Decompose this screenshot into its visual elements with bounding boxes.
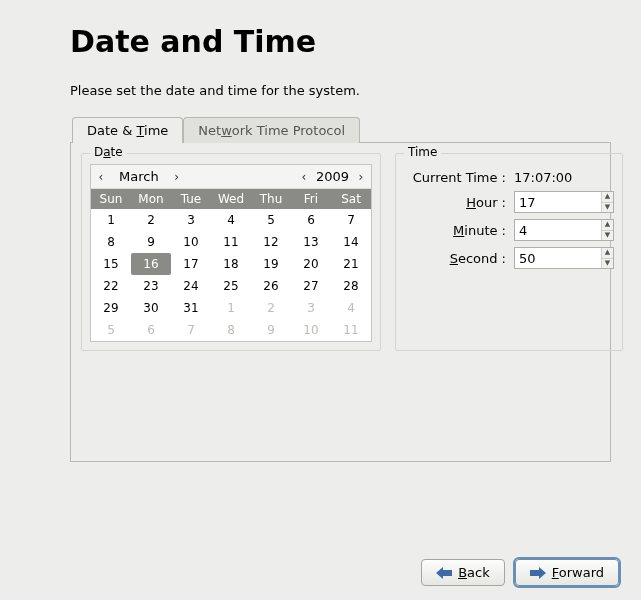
calendar-day[interactable]: 16 [131,253,171,275]
calendar-day[interactable]: 26 [251,275,291,297]
day-header: Wed [211,189,251,209]
calendar-day[interactable]: 1 [211,297,251,319]
calendar-day[interactable]: 19 [251,253,291,275]
calendar-day[interactable]: 20 [291,253,331,275]
calendar-day[interactable]: 31 [171,297,211,319]
month-label[interactable]: March [109,169,169,184]
day-header: Sun [91,189,131,209]
day-header: Mon [131,189,171,209]
year-next-button[interactable]: › [353,170,369,184]
calendar-day[interactable]: 15 [91,253,131,275]
tab-ntp[interactable]: Network Time Protocol [183,117,360,143]
calendar-day[interactable]: 1 [91,209,131,231]
calendar-day[interactable]: 11 [211,231,251,253]
calendar-day[interactable]: 13 [291,231,331,253]
time-group-label: Time [404,145,441,159]
hour-up-button[interactable]: ▲ [602,192,613,203]
instruction-text: Please set the date and time for the sys… [70,83,611,98]
day-header: Tue [171,189,211,209]
calendar-day[interactable]: 7 [331,209,371,231]
calendar-day[interactable]: 9 [251,319,291,341]
calendar-day[interactable]: 30 [131,297,171,319]
second-label: Second : [404,251,514,266]
calendar-day[interactable]: 24 [171,275,211,297]
calendar: ‹ March › ‹ 2009 › SunMonTueWedThuFriSat… [90,164,372,342]
tab-date-time[interactable]: Date & Time [72,117,183,143]
day-header: Sat [331,189,371,209]
calendar-day[interactable]: 28 [331,275,371,297]
calendar-day[interactable]: 2 [131,209,171,231]
calendar-day[interactable]: 11 [331,319,371,341]
second-down-button[interactable]: ▼ [602,259,613,269]
calendar-day[interactable]: 25 [211,275,251,297]
calendar-day[interactable]: 23 [131,275,171,297]
calendar-day[interactable]: 17 [171,253,211,275]
year-prev-button[interactable]: ‹ [296,170,312,184]
date-group-label: Date [90,145,127,159]
tab-bar: Date & Time Network Time Protocol [72,117,611,143]
time-group: Time Current Time : 17:07:00 Hour : ▲ ▼ [395,153,623,351]
back-button[interactable]: Back [421,559,505,586]
calendar-day[interactable]: 2 [251,297,291,319]
calendar-day-header: SunMonTueWedThuFriSat [91,189,371,209]
month-prev-button[interactable]: ‹ [93,170,109,184]
calendar-day[interactable]: 18 [211,253,251,275]
calendar-day[interactable]: 5 [91,319,131,341]
date-group: Date ‹ March › ‹ 2009 › SunMonTueWedThuF… [81,153,381,351]
hour-down-button[interactable]: ▼ [602,203,613,213]
calendar-day[interactable]: 4 [211,209,251,231]
calendar-day[interactable]: 8 [211,319,251,341]
calendar-day[interactable]: 14 [331,231,371,253]
second-spin[interactable]: ▲ ▼ [514,247,614,269]
hour-label: Hour : [404,195,514,210]
button-bar: Back Forward [421,559,619,586]
hour-spin[interactable]: ▲ ▼ [514,191,614,213]
calendar-day[interactable]: 4 [331,297,371,319]
calendar-day[interactable]: 21 [331,253,371,275]
svg-marker-1 [530,567,546,579]
calendar-day[interactable]: 29 [91,297,131,319]
day-header: Thu [251,189,291,209]
calendar-day[interactable]: 5 [251,209,291,231]
arrow-left-icon [436,567,452,579]
minute-label: Minute : [404,223,514,238]
calendar-day[interactable]: 22 [91,275,131,297]
calendar-day[interactable]: 6 [291,209,331,231]
arrow-right-icon [530,567,546,579]
page-title: Date and Time [70,24,611,59]
month-next-button[interactable]: › [169,170,185,184]
calendar-day[interactable]: 3 [291,297,331,319]
calendar-grid: 1234567891011121314151617181920212223242… [91,209,371,341]
calendar-day[interactable]: 9 [131,231,171,253]
day-header: Fri [291,189,331,209]
calendar-day[interactable]: 12 [251,231,291,253]
minute-down-button[interactable]: ▼ [602,231,613,241]
calendar-day[interactable]: 27 [291,275,331,297]
calendar-day[interactable]: 10 [291,319,331,341]
svg-marker-0 [436,567,452,579]
second-input[interactable] [515,248,601,268]
calendar-day[interactable]: 6 [131,319,171,341]
minute-input[interactable] [515,220,601,240]
minute-up-button[interactable]: ▲ [602,220,613,231]
current-time-label: Current Time : [404,170,514,185]
notebook: Date ‹ March › ‹ 2009 › SunMonTueWedThuF… [70,142,611,462]
calendar-day[interactable]: 8 [91,231,131,253]
calendar-day[interactable]: 7 [171,319,211,341]
minute-spin[interactable]: ▲ ▼ [514,219,614,241]
calendar-day[interactable]: 3 [171,209,211,231]
forward-button[interactable]: Forward [515,559,619,586]
current-time-value: 17:07:00 [514,170,572,185]
hour-input[interactable] [515,192,601,212]
calendar-day[interactable]: 10 [171,231,211,253]
second-up-button[interactable]: ▲ [602,248,613,259]
year-label[interactable]: 2009 [312,169,353,184]
